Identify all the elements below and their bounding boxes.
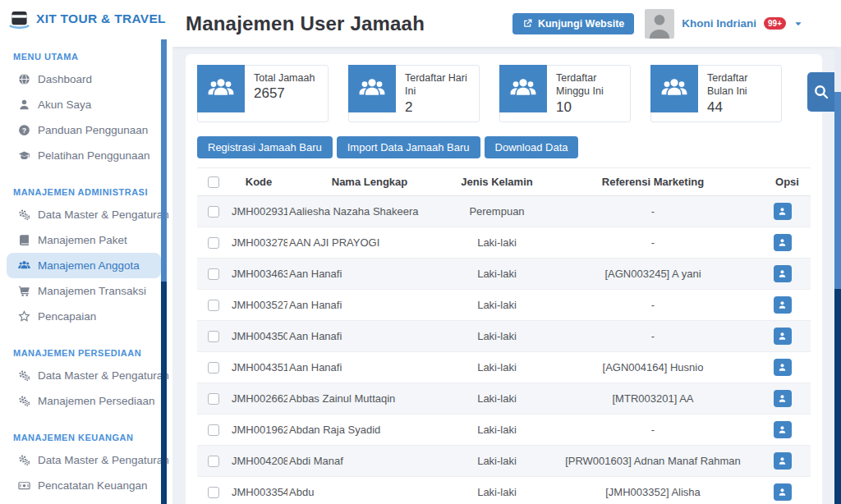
column-header-opsi[interactable]: Opsi bbox=[764, 167, 811, 196]
caret-down-icon[interactable] bbox=[793, 19, 803, 29]
cell-jenis-kelamin: Laki-laki bbox=[452, 383, 542, 415]
brand[interactable]: XIT TOUR & TRAVEL bbox=[0, 0, 172, 38]
user-icon bbox=[778, 363, 787, 372]
page-title: Manajemen User Jamaah bbox=[186, 12, 425, 35]
select-all-checkbox[interactable] bbox=[208, 176, 219, 188]
cell-select bbox=[197, 352, 230, 383]
row-checkbox[interactable] bbox=[208, 456, 219, 467]
sidebar-item-label: Pelatihan Penggunaan bbox=[38, 149, 150, 162]
view-user-button[interactable] bbox=[774, 296, 792, 314]
star-icon bbox=[18, 310, 30, 323]
cell-kode: JMH002931 bbox=[230, 196, 287, 227]
view-user-button[interactable] bbox=[774, 234, 792, 251]
row-checkbox[interactable] bbox=[208, 237, 219, 249]
table-row: JMH003463 Aan Hanafi Laki-laki [AGN00324… bbox=[197, 259, 811, 290]
cell-nama: Aan Hanafi bbox=[287, 321, 452, 352]
cart-icon bbox=[18, 285, 30, 297]
stat-text: Terdaftar Minggu Ini 10 bbox=[547, 66, 630, 121]
column-header-referensi-marketing[interactable]: Referensi Marketing bbox=[542, 167, 764, 196]
download-data-button[interactable]: Download Data bbox=[485, 136, 579, 158]
main-scrollbar[interactable] bbox=[834, 47, 841, 504]
sidebar-scrollbar[interactable] bbox=[161, 39, 167, 504]
registrasi-jamaah-baru-button[interactable]: Registrasi Jamaah Baru bbox=[197, 136, 333, 158]
table-row: JMH003527 Aan Hanafi Laki-laki - bbox=[197, 290, 811, 321]
content-panel: Total Jamaah 2657 Terdaftar Hari Ini 2 T… bbox=[186, 54, 822, 504]
cell-referensi-marketing: - bbox=[542, 321, 764, 352]
view-user-button[interactable] bbox=[774, 483, 792, 501]
visit-website-button[interactable]: Kunjungi Website bbox=[512, 13, 634, 34]
sidebar-section-title: MANAJEMEN ADMINISTRASI bbox=[7, 186, 161, 198]
view-user-button[interactable] bbox=[774, 265, 792, 282]
cell-jenis-kelamin: Perempuan bbox=[452, 196, 542, 227]
users-icon bbox=[499, 65, 547, 112]
sidebar-item-pelatihan-penggunaan[interactable]: Pelatihan Penggunaan bbox=[7, 143, 161, 168]
column-header-nama-lengkap[interactable]: Nama Lengkap bbox=[287, 167, 452, 196]
cell-opsi bbox=[764, 321, 811, 352]
sidebar-item-data-master-pengaturan[interactable]: Data Master & Pengaturan bbox=[7, 447, 161, 473]
sidebar-item-manajemen-transaksi[interactable]: Manajemen Transaksi bbox=[7, 278, 161, 304]
row-checkbox[interactable] bbox=[208, 393, 219, 405]
cell-kode: JMH004350 bbox=[230, 321, 287, 352]
view-user-button[interactable] bbox=[774, 203, 792, 220]
sidebar-item-data-master-pengaturan[interactable]: Data Master & Pengaturan bbox=[7, 202, 161, 227]
sidebar-item-manajemen-paket[interactable]: Manajemen Paket bbox=[7, 227, 161, 253]
row-checkbox[interactable] bbox=[208, 206, 219, 218]
import-data-jamaah-baru-button[interactable]: Import Data Jamaah Baru bbox=[337, 136, 480, 158]
cell-jenis-kelamin: Laki-laki bbox=[452, 259, 542, 290]
cell-opsi bbox=[764, 383, 811, 415]
row-checkbox[interactable] bbox=[208, 268, 219, 280]
table-row: JMH004350 Aan Hanafi Laki-laki - bbox=[197, 321, 811, 352]
row-checkbox[interactable] bbox=[208, 487, 219, 498]
row-checkbox[interactable] bbox=[208, 424, 219, 436]
cogs-icon bbox=[18, 454, 30, 466]
user-icon bbox=[778, 488, 787, 497]
cell-opsi bbox=[764, 196, 811, 227]
main-scrollbar-thumb[interactable] bbox=[834, 92, 841, 289]
cogs-icon bbox=[18, 208, 30, 221]
cell-kode: JMH004351 bbox=[230, 352, 287, 383]
sidebar-item-pengajuan-anggaran[interactable]: Pengajuan Anggaran bbox=[7, 498, 161, 504]
sidebar-item-manajemen-persediaan[interactable]: Manajemen Persediaan bbox=[7, 388, 161, 414]
stat-card-terdaftar-bulan-ini: Terdaftar Bulan Ini 44 bbox=[650, 65, 782, 122]
cell-kode: JMH001962 bbox=[230, 415, 287, 446]
sidebar-item-pencatatan-keuangan[interactable]: Pencatatan Keuangan bbox=[7, 473, 161, 498]
row-checkbox[interactable] bbox=[208, 331, 219, 342]
sidebar-item-data-master-pengaturan[interactable]: Data Master & Pengaturan bbox=[7, 363, 161, 388]
stat-value: 10 bbox=[556, 99, 625, 116]
sidebar-item-panduan-penggunaan[interactable]: ? Panduan Penggunaan bbox=[7, 117, 161, 143]
user-name[interactable]: Khoni Indriani bbox=[682, 17, 756, 30]
user-icon bbox=[778, 238, 787, 247]
column-header-kode[interactable]: Kode bbox=[230, 167, 287, 196]
cell-jenis-kelamin: Laki-laki bbox=[452, 321, 542, 352]
table-row: JMH002931 Aaliesha Nazaha Shakeera Perem… bbox=[197, 196, 811, 227]
cell-referensi-marketing: [AGN004164] Husnio bbox=[542, 352, 764, 383]
sidebar-item-label: Manajemen Paket bbox=[38, 234, 127, 246]
sidebar-item-pencapaian[interactable]: Pencapaian bbox=[7, 304, 161, 329]
sidebar-item-akun-saya[interactable]: Akun Saya bbox=[7, 92, 161, 117]
cell-opsi bbox=[764, 415, 811, 446]
view-user-button[interactable] bbox=[774, 359, 792, 376]
sidebar-item-label: Pencapaian bbox=[38, 310, 96, 323]
avatar[interactable] bbox=[645, 9, 674, 39]
cell-opsi bbox=[764, 477, 811, 504]
table-row: JMH003278 AAN AJI PRAYOGI Laki-laki - bbox=[197, 227, 811, 259]
cell-referensi-marketing: - bbox=[542, 196, 764, 227]
cell-kode: JMH003463 bbox=[230, 259, 287, 290]
view-user-button[interactable] bbox=[774, 328, 792, 345]
book-icon bbox=[18, 234, 30, 246]
search-button[interactable] bbox=[807, 72, 834, 112]
sidebar-item-manajemen-anggota[interactable]: Manajemen Anggota bbox=[7, 253, 161, 278]
view-user-button[interactable] bbox=[774, 452, 792, 470]
view-user-button[interactable] bbox=[774, 421, 792, 438]
cell-kode: JMH003527 bbox=[230, 290, 287, 321]
stat-value: 44 bbox=[707, 99, 776, 116]
view-user-button[interactable] bbox=[774, 390, 792, 407]
column-header-jenis-kelamin[interactable]: Jenis Kelamin bbox=[452, 167, 542, 196]
sidebar-item-label: Pencatatan Keuangan bbox=[38, 479, 148, 492]
users-icon bbox=[650, 65, 698, 112]
row-checkbox[interactable] bbox=[208, 300, 219, 311]
row-checkbox[interactable] bbox=[208, 362, 219, 373]
search-icon bbox=[813, 84, 830, 100]
sidebar-scrollbar-thumb[interactable] bbox=[161, 39, 167, 282]
sidebar-item-dashboard[interactable]: Dashboard bbox=[7, 66, 161, 92]
